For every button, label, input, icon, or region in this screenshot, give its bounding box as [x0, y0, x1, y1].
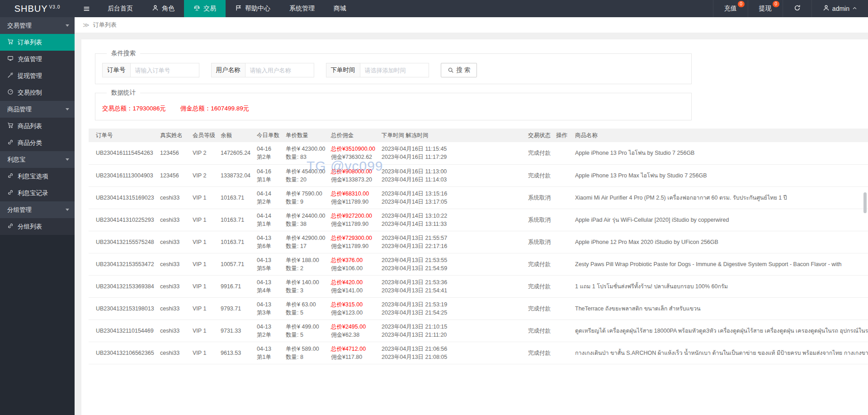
- sidebar-item-10[interactable]: 利息宝记录: [0, 185, 75, 201]
- top-header: SHBUYV3.0 后台首页 角色 交易 帮助中心 系统管理 商城 充值 0 提…: [0, 0, 868, 17]
- cell-trade-status: 完成付款: [524, 342, 552, 364]
- cell-trade-status: 系统取消: [524, 209, 552, 231]
- search-button[interactable]: 搜 索: [441, 63, 477, 77]
- sidebar-item-4[interactable]: 交易控制: [0, 84, 75, 101]
- cell-balance: 1338732.04: [217, 164, 253, 186]
- withdraw-label: 提现: [759, 5, 772, 13]
- cell-product-name: Apple iPhone 12 Pro Max 2020 iStudio by …: [571, 231, 868, 253]
- trade-total: 交易总额：17930086元: [102, 105, 166, 112]
- sidebar-item-5[interactable]: 商品管理: [0, 101, 75, 118]
- admin-menu[interactable]: admin: [811, 0, 868, 17]
- cell-day-orders: 04-13 第6单: [253, 231, 282, 253]
- sidebar-item-11[interactable]: 分组管理: [0, 201, 75, 218]
- sidebar-item-9[interactable]: 利息宝选项: [0, 168, 75, 185]
- column-header-1: 真实姓名: [156, 129, 189, 142]
- cell-product-name: Apple iPhone 13 Pro ไอโฟน by Studio 7 25…: [571, 142, 868, 164]
- cell-times: 2023年04月13日 21:53:36 2023年04月13日 21:54:4…: [378, 275, 524, 297]
- cell-day-orders: 04-16 第1单: [253, 164, 282, 186]
- cell-trade-status: 完成付款: [524, 297, 552, 320]
- search-button-label: 搜 索: [457, 66, 471, 74]
- cell-balance: 10163.71: [217, 186, 253, 209]
- cell-action: [552, 253, 571, 275]
- cell-order-no: UB2304161113004903: [89, 164, 156, 186]
- recharge-button[interactable]: 充值 0: [713, 0, 748, 17]
- search-panel: 条件搜索 订单号 用户名称 下单时间 搜 索: [95, 49, 692, 84]
- cell-product-name: กางเกงเดินป่า ขาสั้น S.ARCHON ผ้าแห้งเร็…: [571, 342, 868, 364]
- cell-vip-level: VIP 1: [189, 275, 217, 297]
- search-field-input[interactable]: [245, 63, 314, 77]
- cell-action: [552, 320, 571, 342]
- column-header-6: 总价佣金: [327, 129, 378, 142]
- user-icon: [823, 5, 830, 13]
- withdraw-button[interactable]: 提现 0: [748, 0, 783, 17]
- cell-times: 2023年04月14日 13:10:22 2023年04月14日 13:11:3…: [378, 209, 524, 231]
- table-header-row: 订单号真实姓名会员等级余额今日单数单价数量总价佣金下单时间 解冻时间交易状态操作…: [89, 129, 868, 142]
- sidebar-item-1[interactable]: 订单列表: [0, 34, 75, 51]
- cell-product-name: TheTerrace ถังขยะพลาสติก ขนาดเล็ก สำหรับ…: [571, 297, 868, 320]
- billboard-icon: [7, 55, 14, 63]
- table-row: UB2304161113004903 123456 VIP 2 1338732.…: [89, 164, 868, 186]
- search-field-2: 下单时间: [326, 63, 429, 77]
- content-card: 条件搜索 订单号 用户名称 下单时间 搜 索 数据统计 交易总额：1793008…: [81, 39, 868, 415]
- nav-item-3[interactable]: 帮助中心: [226, 0, 280, 17]
- column-header-5: 单价数量: [282, 129, 327, 142]
- recharge-label: 充值: [724, 5, 737, 13]
- chevron-down-icon: [66, 108, 69, 110]
- vertical-scrollbar[interactable]: [863, 192, 867, 213]
- cell-real-name: ceshi33: [156, 209, 189, 231]
- cell-price-qty: 单价¥ 7590.00 数量: 9: [282, 186, 327, 209]
- page-title: 订单列表: [93, 21, 117, 29]
- cell-total-commission: 总价¥927200.00 佣金¥11789.90: [327, 209, 378, 231]
- sidebar-item-3[interactable]: 提现管理: [0, 67, 75, 84]
- nav-item-1[interactable]: 角色: [142, 0, 184, 17]
- cell-balance: 9613.53: [217, 342, 253, 364]
- nav-item-2[interactable]: 交易: [184, 0, 226, 17]
- search-field-input[interactable]: [131, 63, 199, 77]
- cell-trade-status: 完成付款: [524, 253, 552, 275]
- gavel-icon: [7, 72, 14, 80]
- stats-panel: 数据统计 交易总额：17930086元 佣金总额：1607499.89元: [95, 89, 692, 120]
- cell-vip-level: VIP 1: [189, 320, 217, 342]
- orders-table: 订单号真实姓名会员等级余额今日单数单价数量总价佣金下单时间 解冻时间交易状态操作…: [89, 129, 868, 364]
- stats-panel-legend: 数据统计: [107, 89, 140, 97]
- cell-price-qty: 单价¥ 45400.00 数量: 20: [282, 164, 327, 186]
- column-header-7: 下单时间 解冻时间: [378, 129, 524, 142]
- cell-price-qty: 单价¥ 589.00 数量: 8: [282, 342, 327, 364]
- sidebar-item-12[interactable]: 分组列表: [0, 218, 75, 235]
- cell-order-no: UB2304141315169023: [89, 186, 156, 209]
- cell-vip-level: VIP 1: [189, 297, 217, 320]
- sidebar-item-6[interactable]: 商品列表: [0, 118, 75, 134]
- column-header-4: 今日单数: [253, 129, 282, 142]
- sidebar-item-7[interactable]: 商品分类: [0, 134, 75, 151]
- table-row: UB2304132153553472 ceshi33 VIP 1 10057.7…: [89, 253, 868, 275]
- table-row: UB2304132155575248 ceshi33 VIP 1 10163.7…: [89, 231, 868, 253]
- nav-item-0[interactable]: 后台首页: [98, 0, 142, 17]
- column-header-0: 订单号: [89, 129, 156, 142]
- nav-item-4[interactable]: 系统管理: [280, 0, 324, 17]
- sidebar-item-2[interactable]: 充值管理: [0, 51, 75, 67]
- cell-vip-level: VIP 2: [189, 164, 217, 186]
- sidebar-item-8[interactable]: 利息宝: [0, 151, 75, 168]
- search-field-input[interactable]: [360, 63, 429, 77]
- cell-action: [552, 209, 571, 231]
- sidebar-item-0[interactable]: 交易管理: [0, 17, 75, 34]
- cell-price-qty: 单价¥ 42300.00 数量: 83: [282, 142, 327, 164]
- cell-action: [552, 164, 571, 186]
- cell-price-qty: 单价¥ 42900.00 数量: 17: [282, 231, 327, 253]
- refresh-button[interactable]: [783, 0, 811, 17]
- cell-balance: 9793.71: [217, 297, 253, 320]
- search-field-label: 订单号: [102, 63, 131, 77]
- stats-line: 交易总额：17930086元 佣金总额：1607499.89元: [102, 102, 684, 114]
- link-icon: [7, 189, 14, 197]
- link-icon: [7, 172, 14, 180]
- search-panel-legend: 条件搜索: [107, 49, 140, 57]
- search-row: 订单号 用户名称 下单时间 搜 索: [102, 63, 684, 77]
- cell-total-commission: 总价¥376.00 佣金¥106.00: [327, 253, 378, 275]
- nav-item-5[interactable]: 商城: [324, 0, 356, 17]
- cell-action: [552, 186, 571, 209]
- cell-day-orders: 04-14 第1单: [253, 209, 282, 231]
- cell-order-no: UB2304132153198013: [89, 297, 156, 320]
- cart-icon: [7, 122, 14, 130]
- cell-day-orders: 04-13 第5单: [253, 253, 282, 275]
- hamburger-menu-icon[interactable]: [75, 0, 98, 17]
